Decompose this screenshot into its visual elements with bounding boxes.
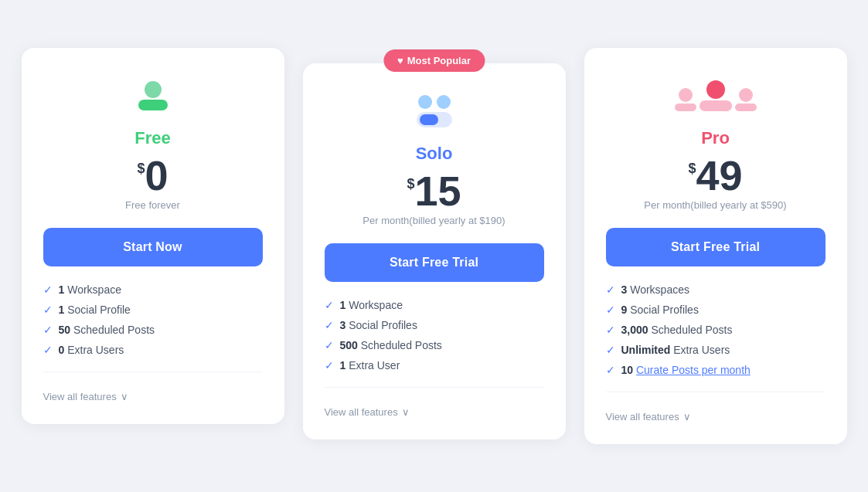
list-item: ✓ 50 Scheduled Posts — [43, 324, 263, 336]
check-icon: ✓ — [43, 283, 53, 296]
list-item: ✓ 1 Workspace — [325, 299, 544, 311]
plan-card-free: Free $ 0 Free forever Start Now ✓ 1 Work… — [22, 48, 284, 424]
feature-bold: 1 — [59, 304, 65, 316]
list-item: ✓ 3 Social Profiles — [325, 319, 544, 331]
list-item: ✓ 0 Extra Users — [43, 344, 263, 356]
solo-view-features[interactable]: View all features ∨ — [325, 399, 544, 418]
list-item: ✓ 1 Social Profile — [43, 304, 263, 316]
pro-price-symbol: $ — [688, 161, 696, 177]
pro-view-features[interactable]: View all features ∨ — [606, 403, 825, 422]
check-icon: ✓ — [43, 304, 53, 316]
feature-bold: 1 — [340, 299, 346, 311]
feature-bold: 3 — [340, 319, 346, 331]
check-icon: ✓ — [606, 344, 615, 356]
list-item: ✓ Unlimited Extra Users — [606, 344, 825, 356]
check-icon: ✓ — [325, 299, 334, 311]
feature-bold: 500 — [340, 339, 358, 351]
pro-plan-icon — [606, 73, 825, 119]
feature-bold: 3,000 — [621, 324, 648, 336]
solo-plan-icon — [325, 88, 544, 134]
list-item: ✓ 9 Social Profiles — [606, 304, 825, 316]
list-item: ✓ 1 Workspace — [43, 283, 263, 296]
check-icon: ✓ — [606, 324, 615, 336]
solo-price-sub: Per month(billed yearly at $190) — [325, 215, 544, 226]
feature-bold: 3 — [621, 283, 628, 296]
pro-price-row: $ 49 — [606, 154, 825, 196]
feature-bold: 50 — [59, 324, 71, 336]
free-price-symbol: $ — [137, 161, 145, 177]
free-price-sub: Free forever — [43, 199, 263, 211]
check-icon: ✓ — [606, 283, 615, 296]
list-item: ✓ 3 Workspaces — [606, 283, 825, 296]
list-item: ✓ 10 Curate Posts per month — [606, 364, 825, 376]
pricing-container: Free $ 0 Free forever Start Now ✓ 1 Work… — [0, 17, 868, 475]
check-icon: ✓ — [43, 344, 53, 356]
free-price-row: $ 0 — [43, 154, 263, 196]
chevron-down-icon: ∨ — [121, 391, 128, 402]
solo-price-amount: 15 — [414, 170, 461, 212]
list-item: ✓ 500 Scheduled Posts — [325, 339, 544, 351]
check-icon: ✓ — [325, 359, 334, 372]
free-features-list: ✓ 1 Workspace ✓ 1 Social Profile ✓ 50 Sc… — [43, 283, 263, 356]
pro-cta-button[interactable]: Start Free Trial — [606, 228, 825, 266]
plan-card-pro: Pro $ 49 Per month(billed yearly at $590… — [584, 48, 847, 444]
feature-bold: 1 — [59, 283, 65, 296]
check-icon: ✓ — [325, 339, 334, 351]
list-item: ✓ 3,000 Scheduled Posts — [606, 324, 825, 336]
pro-plan-name: Pro — [606, 128, 825, 148]
pro-price-amount: 49 — [696, 154, 742, 196]
check-icon: ✓ — [606, 364, 615, 376]
divider — [325, 387, 544, 388]
free-plan-icon — [43, 73, 263, 119]
free-price-amount: 0 — [145, 154, 168, 196]
solo-features-list: ✓ 1 Workspace ✓ 3 Social Profiles ✓ 500 … — [325, 299, 544, 372]
solo-price-row: $ 15 — [325, 170, 544, 212]
chevron-down-icon: ∨ — [402, 406, 410, 418]
heart-icon: ♥ — [397, 55, 403, 66]
check-icon: ✓ — [43, 324, 53, 336]
most-popular-badge: ♥ Most Popular — [383, 49, 485, 72]
pro-price-sub: Per month(billed yearly at $590) — [606, 199, 825, 211]
feature-bold: 0 — [59, 344, 65, 356]
divider — [606, 392, 825, 392]
list-item: ✓ 1 Extra User — [325, 359, 544, 372]
solo-plan-name: Solo — [325, 144, 544, 164]
free-plan-name: Free — [43, 128, 263, 148]
feature-bold: 10 — [621, 364, 634, 376]
check-icon: ✓ — [606, 304, 615, 316]
solo-cta-button[interactable]: Start Free Trial — [325, 243, 544, 282]
feature-bold: 1 — [340, 359, 346, 372]
chevron-down-icon: ∨ — [683, 411, 691, 422]
divider — [43, 372, 263, 372]
badge-label: Most Popular — [407, 55, 471, 66]
solo-price-symbol: $ — [407, 176, 414, 192]
feature-bold: 9 — [621, 304, 628, 316]
plan-card-solo: ♥ Most Popular Solo $ 15 Per month(bille… — [303, 63, 566, 439]
pro-features-list: ✓ 3 Workspaces ✓ 9 Social Profiles ✓ 3,0… — [606, 283, 825, 376]
check-icon: ✓ — [325, 319, 334, 331]
curate-posts-link[interactable]: Curate Posts per month — [636, 364, 751, 376]
free-cta-button[interactable]: Start Now — [43, 228, 263, 266]
free-view-features[interactable]: View all features ∨ — [43, 383, 263, 402]
feature-bold: Unlimited — [621, 344, 671, 356]
